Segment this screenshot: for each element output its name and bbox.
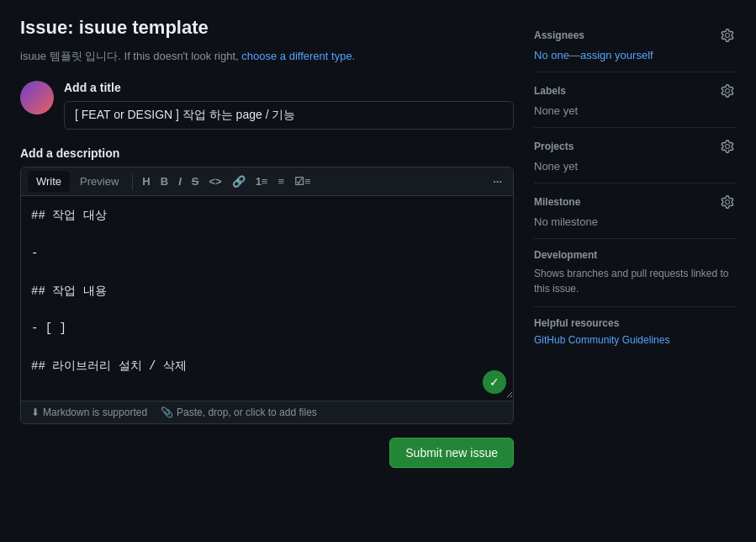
task-list-icon: ☑≡ xyxy=(294,175,311,188)
editor-container: Write Preview H B I S xyxy=(20,167,514,424)
assign-yourself-link[interactable]: assign yourself xyxy=(580,49,653,61)
task-list-icon-btn[interactable]: ☑≡ xyxy=(290,172,315,191)
ordered-list-icon-btn[interactable]: 1≡ xyxy=(251,172,272,191)
write-tab[interactable]: Write xyxy=(28,171,70,192)
projects-value: None yet xyxy=(534,160,736,173)
issue-title-input[interactable] xyxy=(64,101,514,130)
unordered-list-icon-btn[interactable]: ≡ xyxy=(273,172,288,191)
labels-value: None yet xyxy=(534,104,736,117)
editor-body: ## 작업 대상 - ## 작업 내용 - [ ] ## 라이브러리 설치 / … xyxy=(21,196,513,401)
assignees-header: Assignees xyxy=(534,27,736,44)
assignees-section: Assignees No one—assign yourself xyxy=(534,17,736,72)
page-title: Issue: isuue template xyxy=(20,17,514,39)
code-icon-btn[interactable]: <> xyxy=(204,172,225,191)
gear-icon xyxy=(721,195,734,209)
submit-area: Submit new issue xyxy=(20,438,514,468)
labels-header: Labels xyxy=(534,82,736,99)
assignees-title: Assignees xyxy=(534,29,584,41)
strikethrough-icon: S xyxy=(192,175,199,188)
unordered-list-icon: ≡ xyxy=(278,175,284,188)
helpful-title: Helpful resources xyxy=(534,317,619,329)
projects-gear-button[interactable] xyxy=(719,138,736,155)
change-type-link[interactable]: choose a different type. xyxy=(241,50,355,62)
ordered-list-icon: 1≡ xyxy=(256,175,268,188)
milestone-title: Milestone xyxy=(534,196,580,208)
bold-icon: B xyxy=(161,175,168,188)
italic-icon: I xyxy=(178,175,182,188)
italic-icon-btn[interactable]: I xyxy=(174,172,186,191)
labels-section: Labels None yet xyxy=(534,72,736,128)
bold-icon-btn[interactable]: B xyxy=(156,172,172,191)
assignees-value: No one—assign yourself xyxy=(534,49,736,61)
add-title-label: Add a title xyxy=(64,81,514,94)
toolbar-separator xyxy=(132,173,133,190)
labels-gear-button[interactable] xyxy=(719,82,736,99)
copilot-badge[interactable]: ✓ xyxy=(483,370,506,394)
gear-icon xyxy=(721,29,734,42)
link-icon: 🔗 xyxy=(232,175,246,188)
markdown-label: ⬇ Markdown is supported xyxy=(31,406,147,418)
description-textarea[interactable]: ## 작업 대상 - ## 작업 내용 - [ ] ## 라이브러리 설치 / … xyxy=(21,196,513,398)
development-section: Development Shows branches and pull requ… xyxy=(534,239,736,307)
paperclip-icon: 📎 xyxy=(161,406,173,418)
gear-icon xyxy=(721,84,734,98)
milestone-value: No milestone xyxy=(534,215,736,228)
copilot-icon: ✓ xyxy=(489,375,500,389)
submit-new-issue-button[interactable]: Submit new issue xyxy=(389,438,514,468)
milestone-gear-button[interactable] xyxy=(719,194,736,210)
gear-icon xyxy=(721,140,734,153)
link-icon-btn[interactable]: 🔗 xyxy=(228,172,250,191)
editor-footer: ⬇ Markdown is supported 📎 Paste, drop, o… xyxy=(21,401,513,423)
helpful-resources-section: Helpful resources GitHub Community Guide… xyxy=(534,307,736,356)
projects-header: Projects xyxy=(534,138,736,155)
subtitle: isuue 템플릿 입니다. If this doesn't look righ… xyxy=(20,49,514,64)
description-label: Add a description xyxy=(20,146,514,160)
development-title: Development xyxy=(534,249,597,261)
milestone-header: Milestone xyxy=(534,194,736,210)
projects-title: Projects xyxy=(534,141,574,152)
projects-section: Projects None yet xyxy=(534,128,736,183)
helpful-header: Helpful resources xyxy=(534,317,736,329)
strikethrough-icon-btn[interactable]: S xyxy=(188,172,204,191)
paste-label[interactable]: 📎 Paste, drop, or click to add files xyxy=(161,406,317,418)
preview-tab[interactable]: Preview xyxy=(71,171,127,192)
sidebar: Assignees No one—assign yourself Labels xyxy=(534,17,736,468)
development-description: Shows branches and pull requests linked … xyxy=(534,266,736,296)
development-header: Development xyxy=(534,249,736,261)
milestone-section: Milestone No milestone xyxy=(534,183,736,239)
labels-title: Labels xyxy=(534,85,566,97)
assignees-gear-button[interactable] xyxy=(719,27,736,44)
avatar xyxy=(20,81,54,114)
more-options-btn[interactable]: ··· xyxy=(489,172,506,191)
editor-toolbar: Write Preview H B I S xyxy=(21,167,513,196)
github-community-guidelines-link[interactable]: GitHub Community Guidelines xyxy=(534,334,736,346)
code-icon: <> xyxy=(209,175,221,188)
more-icon: ··· xyxy=(493,175,502,188)
heading-icon: H xyxy=(142,175,150,188)
heading-icon-btn[interactable]: H xyxy=(138,172,154,191)
markdown-icon: ⬇ xyxy=(31,406,40,418)
